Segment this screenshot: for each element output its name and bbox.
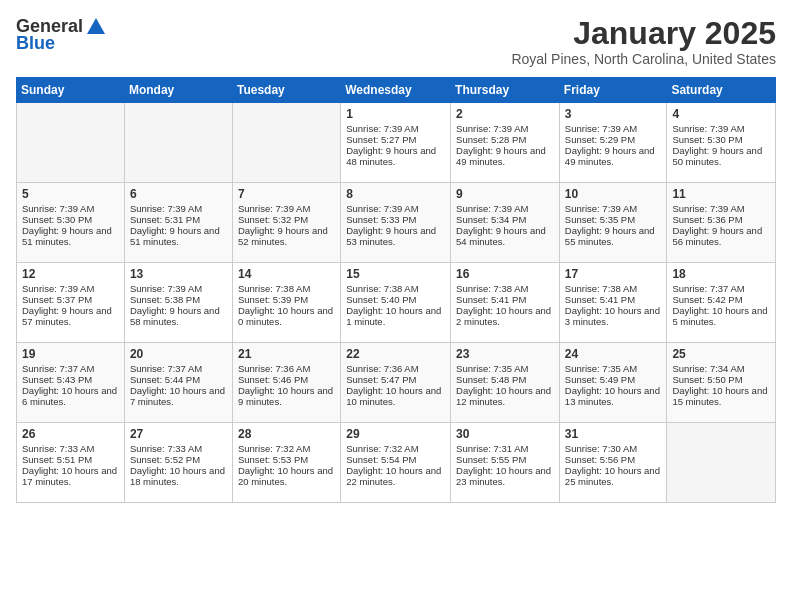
sunset-text: Sunset: 5:35 PM bbox=[565, 214, 635, 225]
day-number: 19 bbox=[22, 347, 119, 361]
day-cell-9: 9Sunrise: 7:39 AMSunset: 5:34 PMDaylight… bbox=[451, 183, 560, 263]
day-cell-23: 23Sunrise: 7:35 AMSunset: 5:48 PMDayligh… bbox=[451, 343, 560, 423]
day-cell-13: 13Sunrise: 7:39 AMSunset: 5:38 PMDayligh… bbox=[124, 263, 232, 343]
daylight-text: Daylight: 10 hours and 22 minutes. bbox=[346, 465, 441, 487]
day-cell-8: 8Sunrise: 7:39 AMSunset: 5:33 PMDaylight… bbox=[341, 183, 451, 263]
empty-cell bbox=[667, 423, 776, 503]
sunset-text: Sunset: 5:42 PM bbox=[672, 294, 742, 305]
sunrise-text: Sunrise: 7:38 AM bbox=[238, 283, 310, 294]
daylight-text: Daylight: 10 hours and 13 minutes. bbox=[565, 385, 660, 407]
empty-cell bbox=[124, 103, 232, 183]
header-cell-tuesday: Tuesday bbox=[232, 78, 340, 103]
day-cell-7: 7Sunrise: 7:39 AMSunset: 5:32 PMDaylight… bbox=[232, 183, 340, 263]
sunset-text: Sunset: 5:53 PM bbox=[238, 454, 308, 465]
sunrise-text: Sunrise: 7:30 AM bbox=[565, 443, 637, 454]
daylight-text: Daylight: 9 hours and 52 minutes. bbox=[238, 225, 328, 247]
daylight-text: Daylight: 9 hours and 49 minutes. bbox=[456, 145, 546, 167]
daylight-text: Daylight: 10 hours and 1 minute. bbox=[346, 305, 441, 327]
sunrise-text: Sunrise: 7:34 AM bbox=[672, 363, 744, 374]
day-number: 25 bbox=[672, 347, 770, 361]
daylight-text: Daylight: 10 hours and 18 minutes. bbox=[130, 465, 225, 487]
day-number: 22 bbox=[346, 347, 445, 361]
day-cell-18: 18Sunrise: 7:37 AMSunset: 5:42 PMDayligh… bbox=[667, 263, 776, 343]
day-number: 14 bbox=[238, 267, 335, 281]
daylight-text: Daylight: 9 hours and 54 minutes. bbox=[456, 225, 546, 247]
header-cell-wednesday: Wednesday bbox=[341, 78, 451, 103]
sunrise-text: Sunrise: 7:32 AM bbox=[346, 443, 418, 454]
sunrise-text: Sunrise: 7:36 AM bbox=[238, 363, 310, 374]
sunset-text: Sunset: 5:37 PM bbox=[22, 294, 92, 305]
daylight-text: Daylight: 10 hours and 5 minutes. bbox=[672, 305, 767, 327]
daylight-text: Daylight: 9 hours and 57 minutes. bbox=[22, 305, 112, 327]
day-number: 21 bbox=[238, 347, 335, 361]
day-number: 9 bbox=[456, 187, 554, 201]
sunrise-text: Sunrise: 7:36 AM bbox=[346, 363, 418, 374]
header-row: SundayMondayTuesdayWednesdayThursdayFrid… bbox=[17, 78, 776, 103]
week-row-4: 19Sunrise: 7:37 AMSunset: 5:43 PMDayligh… bbox=[17, 343, 776, 423]
sunrise-text: Sunrise: 7:39 AM bbox=[130, 283, 202, 294]
header: General Blue January 2025 Royal Pines, N… bbox=[16, 16, 776, 67]
day-number: 15 bbox=[346, 267, 445, 281]
sunset-text: Sunset: 5:50 PM bbox=[672, 374, 742, 385]
week-row-5: 26Sunrise: 7:33 AMSunset: 5:51 PMDayligh… bbox=[17, 423, 776, 503]
daylight-text: Daylight: 10 hours and 23 minutes. bbox=[456, 465, 551, 487]
sunset-text: Sunset: 5:30 PM bbox=[22, 214, 92, 225]
sunset-text: Sunset: 5:55 PM bbox=[456, 454, 526, 465]
sunrise-text: Sunrise: 7:39 AM bbox=[238, 203, 310, 214]
day-number: 20 bbox=[130, 347, 227, 361]
daylight-text: Daylight: 9 hours and 58 minutes. bbox=[130, 305, 220, 327]
day-number: 10 bbox=[565, 187, 662, 201]
header-cell-thursday: Thursday bbox=[451, 78, 560, 103]
sunset-text: Sunset: 5:51 PM bbox=[22, 454, 92, 465]
logo-blue-text: Blue bbox=[16, 34, 107, 54]
day-cell-10: 10Sunrise: 7:39 AMSunset: 5:35 PMDayligh… bbox=[559, 183, 667, 263]
sunrise-text: Sunrise: 7:39 AM bbox=[346, 123, 418, 134]
daylight-text: Daylight: 10 hours and 0 minutes. bbox=[238, 305, 333, 327]
day-number: 30 bbox=[456, 427, 554, 441]
sunset-text: Sunset: 5:41 PM bbox=[456, 294, 526, 305]
daylight-text: Daylight: 10 hours and 10 minutes. bbox=[346, 385, 441, 407]
day-cell-19: 19Sunrise: 7:37 AMSunset: 5:43 PMDayligh… bbox=[17, 343, 125, 423]
day-cell-2: 2Sunrise: 7:39 AMSunset: 5:28 PMDaylight… bbox=[451, 103, 560, 183]
daylight-text: Daylight: 10 hours and 25 minutes. bbox=[565, 465, 660, 487]
day-cell-27: 27Sunrise: 7:33 AMSunset: 5:52 PMDayligh… bbox=[124, 423, 232, 503]
day-cell-12: 12Sunrise: 7:39 AMSunset: 5:37 PMDayligh… bbox=[17, 263, 125, 343]
sunset-text: Sunset: 5:44 PM bbox=[130, 374, 200, 385]
day-number: 12 bbox=[22, 267, 119, 281]
day-cell-21: 21Sunrise: 7:36 AMSunset: 5:46 PMDayligh… bbox=[232, 343, 340, 423]
empty-cell bbox=[232, 103, 340, 183]
day-number: 3 bbox=[565, 107, 662, 121]
day-cell-30: 30Sunrise: 7:31 AMSunset: 5:55 PMDayligh… bbox=[451, 423, 560, 503]
week-row-1: 1Sunrise: 7:39 AMSunset: 5:27 PMDaylight… bbox=[17, 103, 776, 183]
daylight-text: Daylight: 10 hours and 6 minutes. bbox=[22, 385, 117, 407]
sunset-text: Sunset: 5:30 PM bbox=[672, 134, 742, 145]
daylight-text: Daylight: 10 hours and 2 minutes. bbox=[456, 305, 551, 327]
day-number: 8 bbox=[346, 187, 445, 201]
logo: General Blue bbox=[16, 16, 107, 54]
day-cell-17: 17Sunrise: 7:38 AMSunset: 5:41 PMDayligh… bbox=[559, 263, 667, 343]
sunrise-text: Sunrise: 7:32 AM bbox=[238, 443, 310, 454]
sunrise-text: Sunrise: 7:33 AM bbox=[22, 443, 94, 454]
daylight-text: Daylight: 9 hours and 51 minutes. bbox=[130, 225, 220, 247]
sunset-text: Sunset: 5:54 PM bbox=[346, 454, 416, 465]
sunrise-text: Sunrise: 7:39 AM bbox=[346, 203, 418, 214]
daylight-text: Daylight: 10 hours and 17 minutes. bbox=[22, 465, 117, 487]
week-row-2: 5Sunrise: 7:39 AMSunset: 5:30 PMDaylight… bbox=[17, 183, 776, 263]
day-number: 7 bbox=[238, 187, 335, 201]
day-number: 27 bbox=[130, 427, 227, 441]
sunrise-text: Sunrise: 7:39 AM bbox=[22, 283, 94, 294]
day-cell-1: 1Sunrise: 7:39 AMSunset: 5:27 PMDaylight… bbox=[341, 103, 451, 183]
daylight-text: Daylight: 9 hours and 51 minutes. bbox=[22, 225, 112, 247]
sunrise-text: Sunrise: 7:38 AM bbox=[346, 283, 418, 294]
daylight-text: Daylight: 9 hours and 53 minutes. bbox=[346, 225, 436, 247]
sunrise-text: Sunrise: 7:33 AM bbox=[130, 443, 202, 454]
sunset-text: Sunset: 5:41 PM bbox=[565, 294, 635, 305]
sunset-text: Sunset: 5:38 PM bbox=[130, 294, 200, 305]
day-cell-5: 5Sunrise: 7:39 AMSunset: 5:30 PMDaylight… bbox=[17, 183, 125, 263]
sunrise-text: Sunrise: 7:39 AM bbox=[565, 123, 637, 134]
sunrise-text: Sunrise: 7:38 AM bbox=[565, 283, 637, 294]
page-container: General Blue January 2025 Royal Pines, N… bbox=[0, 0, 792, 511]
sunrise-text: Sunrise: 7:39 AM bbox=[22, 203, 94, 214]
sunset-text: Sunset: 5:43 PM bbox=[22, 374, 92, 385]
daylight-text: Daylight: 9 hours and 48 minutes. bbox=[346, 145, 436, 167]
